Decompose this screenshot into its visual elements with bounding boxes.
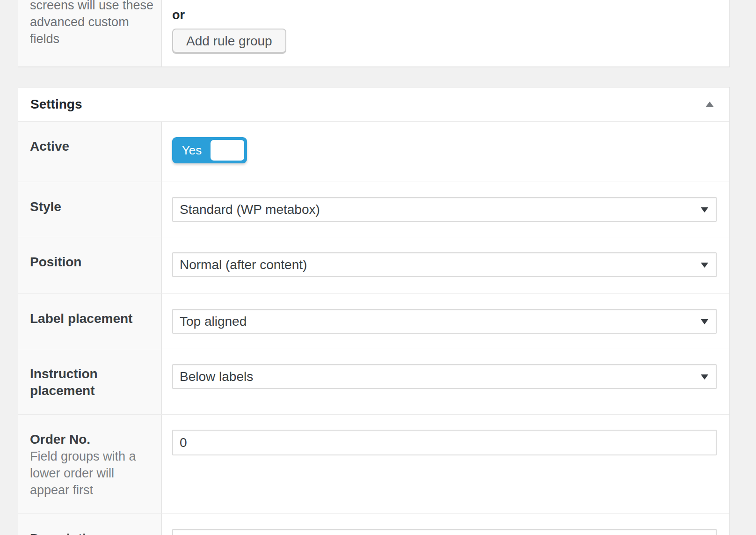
position-select[interactable]: Normal (after content) [172,252,717,277]
location-description-line2: advanced custom fields [30,14,156,47]
dropdown-caret-icon [701,319,708,324]
content-column: screens will use these advanced custom f… [18,0,730,535]
label-placement-field-cell: Top aligned [162,294,729,349]
style-label-cell: Style [18,182,162,237]
setting-row-order-no: Order No. Field groups with a lower orde… [18,414,729,513]
settings-header: Settings [18,88,729,122]
page: screens will use these advanced custom f… [0,0,756,535]
dropdown-caret-icon [701,374,708,380]
order-no-label: Order No. [30,431,156,448]
or-label: or [172,7,717,23]
instruction-placement-label: Instruction placement [30,366,156,399]
location-description: screens will use these advanced custom f… [30,0,156,47]
active-toggle-knob[interactable] [211,140,244,161]
description-label-cell: Description [18,514,162,535]
dropdown-caret-icon [701,263,708,268]
label-placement-select[interactable]: Top aligned [172,309,717,334]
active-toggle[interactable]: Yes [172,137,247,163]
style-select-value: Standard (WP metabox) [180,202,320,217]
description-label: Description [30,530,156,535]
style-field-cell: Standard (WP metabox) [162,182,729,237]
dropdown-caret-icon [701,207,708,213]
instruction-placement-label-cell: Instruction placement [18,349,162,414]
active-label: Active [30,138,156,155]
settings-panel: Settings Active Yes [18,87,730,535]
position-field-cell: Normal (after content) [162,237,729,293]
instruction-placement-field-cell: Below labels [162,349,729,414]
instruction-placement-select[interactable]: Below labels [172,364,717,389]
style-label: Style [30,198,156,215]
label-placement-label: Label placement [30,310,156,327]
setting-row-instruction-placement: Instruction placement Below labels [18,349,729,414]
position-select-value: Normal (after content) [180,257,307,272]
label-placement-select-value: Top aligned [180,314,247,329]
location-panel: screens will use these advanced custom f… [18,0,730,67]
description-field-cell [162,514,729,535]
instruction-placement-select-value: Below labels [180,369,253,384]
label-placement-label-cell: Label placement [18,294,162,349]
setting-row-description: Description [18,513,729,535]
description-input[interactable] [172,529,717,535]
location-description-line1: screens will use these [30,0,156,14]
setting-row-active: Active Yes [18,122,729,182]
active-label-cell: Active [18,122,162,182]
position-label-cell: Position [18,237,162,293]
setting-row-label-placement: Label placement Top aligned [18,293,729,349]
style-select[interactable]: Standard (WP metabox) [172,197,717,222]
order-no-field-cell [162,415,729,513]
active-field-cell: Yes [162,122,729,182]
active-toggle-label: Yes [172,137,211,163]
collapse-panel-button[interactable] [704,99,715,110]
order-no-input[interactable] [172,430,717,455]
location-label-cell: screens will use these advanced custom f… [18,0,162,66]
triangle-up-icon [705,102,714,107]
setting-row-style: Style Standard (WP metabox) [18,182,729,237]
order-no-label-cell: Order No. Field groups with a lower orde… [18,415,162,513]
order-no-description: Field groups with a lower order will app… [30,448,156,498]
add-rule-group-button[interactable]: Add rule group [172,29,286,53]
settings-title: Settings [30,97,82,112]
position-label: Position [30,254,156,271]
setting-row-position: Position Normal (after content) [18,237,729,293]
location-rules-cell: or Add rule group [162,0,729,66]
